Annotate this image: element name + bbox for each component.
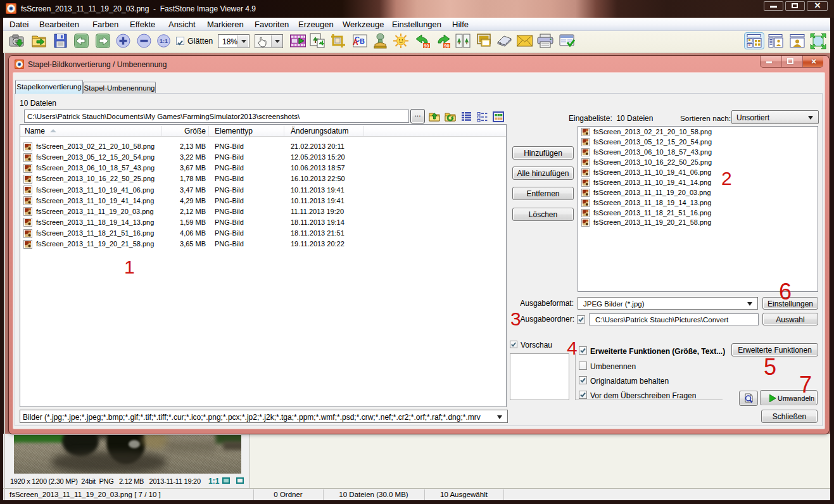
svg-text:1:1: 1:1	[160, 38, 168, 44]
svg-text:90: 90	[424, 43, 429, 49]
svg-text:90: 90	[444, 43, 449, 49]
svg-text:A: A	[353, 38, 358, 47]
svg-text:B: B	[360, 37, 365, 45]
